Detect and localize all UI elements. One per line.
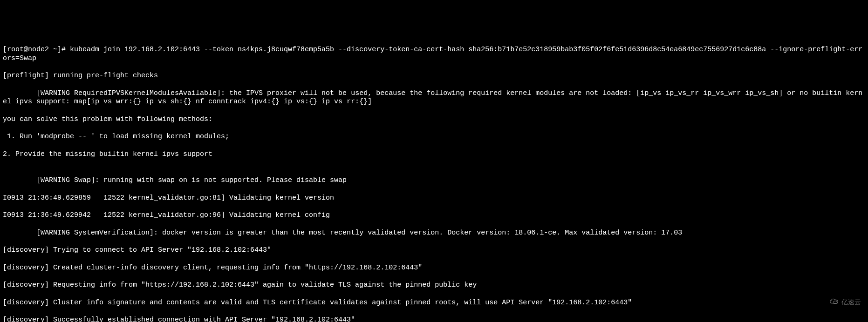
terminal-line: [discovery] Created cluster-info discove… [3,264,865,273]
terminal-line: [discovery] Cluster info signature and c… [3,299,865,308]
terminal-line: you can solve this problem with followin… [3,115,865,124]
terminal-output[interactable]: [root@node2 ~]# kubeadm join 192.168.2.1… [3,37,865,322]
terminal-line: [discovery] Trying to connect to API Ser… [3,246,865,255]
terminal-line: 2. Provide the missing builtin kernel ip… [3,150,865,159]
terminal-line: I0913 21:36:49.629942 12522 kernel_valid… [3,211,865,220]
terminal-line: [WARNING RequiredIPVSKernelModulesAvaila… [3,89,865,107]
terminal-line: 1. Run 'modprobe -- ' to load missing ke… [3,133,865,141]
watermark: 亿速云 [813,288,861,316]
terminal-line: [preflight] running pre-flight checks [3,72,865,80]
terminal-line: [root@node2 ~]# kubeadm join 192.168.2.1… [3,46,865,63]
cloud-icon [813,288,840,316]
watermark-text: 亿速云 [841,298,861,307]
terminal-line: [WARNING Swap]: running with swap on is … [3,176,865,185]
terminal-line: [discovery] Requesting info from "https:… [3,281,865,290]
terminal-line: I0913 21:36:49.629859 12522 kernel_valid… [3,194,865,203]
terminal-line: [discovery] Successfully established con… [3,316,865,322]
terminal-line: [WARNING SystemVerification]: docker ver… [3,229,865,238]
